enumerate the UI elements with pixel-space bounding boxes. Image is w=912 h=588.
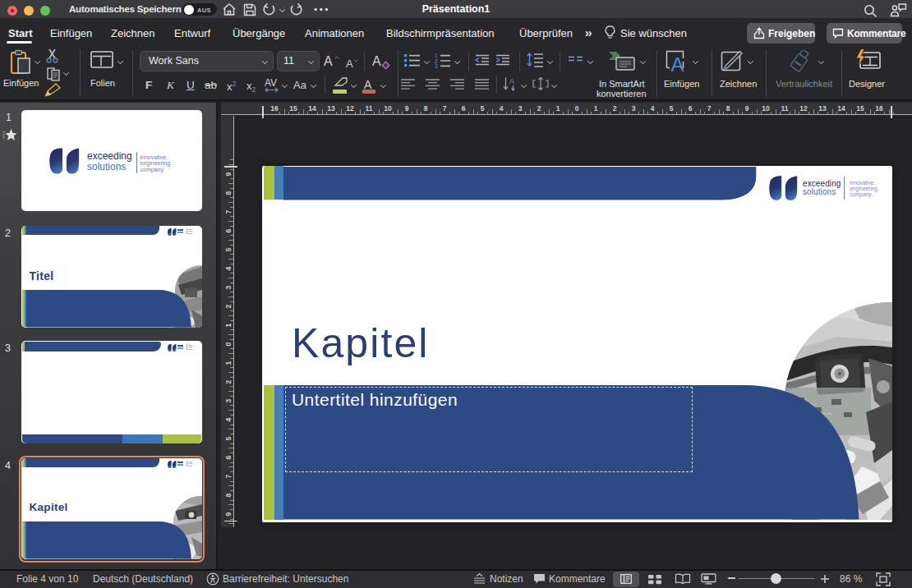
svg-text:3: 3 — [435, 63, 438, 68]
svg-text:A: A — [509, 77, 514, 85]
svg-text:A: A — [671, 53, 684, 74]
